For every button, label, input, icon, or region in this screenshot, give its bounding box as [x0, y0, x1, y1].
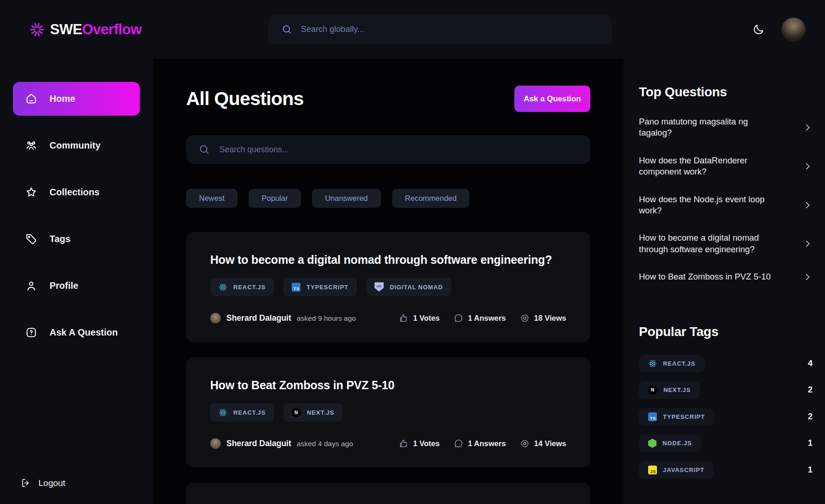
question-card: How to become a digital nomad through so… [186, 232, 590, 342]
tag-label: REACT.JS [233, 284, 266, 291]
tag-reactjs[interactable]: REACT.JS [210, 278, 274, 296]
tag-digital-nomad[interactable]: </> DIGITAL NOMAD [366, 278, 451, 296]
sidebar-nav: Home Community Collections Tags Profile … [0, 59, 153, 504]
question-author: Sherard Dalaguit asked 9 hours ago [210, 313, 356, 324]
react-icon [648, 359, 657, 368]
asked-time: asked 9 hours ago [297, 314, 356, 323]
sidebar-item-collections[interactable]: Collections [13, 175, 140, 209]
author-name[interactable]: Sherard Dalaguit [226, 439, 291, 448]
tag-count: 2 [808, 412, 812, 422]
tag-count: 1 [808, 465, 812, 475]
tag-reactjs[interactable]: REACT.JS [639, 355, 705, 372]
views-label: 18 Views [534, 314, 566, 323]
question-author: Sherard Dalaguit asked 4 days ago [210, 438, 353, 449]
global-search-input[interactable] [301, 25, 612, 34]
chevron-right-icon [803, 239, 812, 249]
answers-stat: 1 Answers [454, 313, 506, 323]
question-tags: REACT.JS TS TYPESCRIPT </> DIGITAL NOMAD [210, 278, 566, 296]
question-title[interactable]: How to Beat Zomboss in PVZ 5-10 [210, 379, 566, 392]
sidebar-item-label: Community [50, 140, 100, 151]
burst-icon [29, 21, 45, 38]
tag-javascript[interactable]: JS JAVASCRIPT [639, 461, 713, 479]
votes-stat: 1 Votes [399, 313, 439, 323]
tag-label: JAVASCRIPT [663, 467, 704, 473]
sidebar-item-ask-a-question[interactable]: Ask A Question [13, 316, 140, 349]
typescript-icon: TS [292, 283, 300, 292]
author-name[interactable]: Sherard Dalaguit [226, 313, 291, 323]
question-title[interactable]: How to become a digital nomad through so… [210, 253, 566, 267]
tag-nextjs[interactable]: N NEXT.JS [639, 381, 700, 399]
filter-recommended[interactable]: Recommended [392, 189, 470, 208]
popular-tags-list: REACT.JS 4 N NEXT.JS 2 TS TYPESCRIPT 2 [639, 355, 812, 479]
top-question-item[interactable]: Pano matutong magsalita ng tagalog? [639, 116, 812, 139]
nextjs-icon: N [292, 408, 301, 417]
top-header: SWEOverflow [0, 0, 825, 59]
moon-icon[interactable] [752, 23, 765, 36]
sidebar-item-home[interactable]: Home [13, 82, 140, 116]
popular-tag-row: REACT.JS 4 [639, 355, 812, 372]
thumbs-up-icon [399, 439, 408, 448]
tag-nextjs[interactable]: N NEXT.JS [283, 403, 343, 422]
filter-unanswered[interactable]: Unanswered [312, 189, 381, 208]
popular-tag-row: NODE.JS 1 [639, 435, 812, 452]
logout-label: Logout [38, 478, 65, 488]
ask-question-button[interactable]: Ask a Question [514, 86, 590, 112]
filter-bar: Newest Popular Unanswered Recommended [186, 189, 590, 208]
tag-typescript[interactable]: TS TYPESCRIPT [283, 278, 357, 296]
answers-stat: 1 Answers [454, 439, 506, 448]
views-stat: 14 Views [520, 439, 566, 448]
message-icon [454, 313, 463, 323]
home-icon [25, 93, 38, 105]
app-logo[interactable]: SWEOverflow [29, 21, 142, 38]
tag-label: TYPESCRIPT [663, 413, 705, 420]
message-icon [454, 439, 463, 448]
tag-label: NEXT.JS [663, 386, 691, 393]
sidebar-item-community[interactable]: Community [13, 129, 140, 162]
chevron-right-icon [803, 200, 812, 210]
star-icon [25, 186, 38, 199]
users-icon [25, 139, 38, 152]
nextjs-icon: N [648, 386, 657, 395]
author-avatar[interactable] [210, 438, 221, 449]
tag-typescript[interactable]: TS TYPESCRIPT [639, 408, 714, 425]
question-search-input[interactable] [219, 145, 590, 155]
votes-label: 1 Votes [413, 439, 439, 448]
question-square-icon [25, 326, 38, 339]
question-stats: 1 Votes 1 Answers 18 Views [399, 313, 566, 323]
top-question-item[interactable]: How does the DataRenderer component work… [639, 155, 812, 178]
tag-label: DIGITAL NOMAD [390, 284, 443, 291]
question-tags: REACT.JS N NEXT.JS [210, 403, 566, 422]
question-meta: Sherard Dalaguit asked 9 hours ago 1 Vot… [210, 313, 566, 324]
sidebar-item-label: Profile [50, 280, 78, 291]
sidebar-item-profile[interactable]: Profile [13, 269, 140, 303]
tag-icon [25, 233, 38, 245]
logout-button[interactable]: Logout [20, 478, 65, 488]
top-question-item[interactable]: How does the Node.js event loop work? [639, 194, 812, 217]
author-avatar[interactable] [210, 313, 221, 324]
top-question-text: Pano matutong magsalita ng tagalog? [639, 116, 780, 139]
sidebar-item-label: Ask A Question [50, 327, 118, 338]
sidebar-item-tags[interactable]: Tags [13, 222, 140, 256]
nodejs-icon [648, 439, 656, 448]
user-avatar[interactable] [781, 18, 806, 42]
right-rail: Top Questions Pano matutong magsalita ng… [624, 59, 825, 504]
tag-reactjs[interactable]: REACT.JS [210, 403, 274, 422]
page-head: All Questions Ask a Question [186, 86, 590, 112]
filter-popular[interactable]: Popular [249, 189, 301, 208]
question-search [186, 135, 590, 164]
filter-newest[interactable]: Newest [186, 189, 238, 208]
top-question-text: How does the Node.js event loop work? [639, 194, 780, 217]
answers-label: 1 Answers [468, 314, 506, 323]
app-root: SWEOverflow Home Community Collections T… [0, 0, 825, 504]
popular-tag-row: JS JAVASCRIPT 1 [639, 461, 812, 479]
top-question-text: How to become a digital nomad through so… [639, 232, 780, 255]
top-question-item[interactable]: How to Beat Zomboss in PVZ 5-10 [639, 271, 812, 282]
top-question-item[interactable]: How to become a digital nomad through so… [639, 232, 812, 255]
tag-nodejs[interactable]: NODE.JS [639, 435, 701, 452]
popular-tag-row: N NEXT.JS 2 [639, 381, 812, 399]
popular-tag-row: TS TYPESCRIPT 2 [639, 408, 812, 425]
popular-tags-title: Popular Tags [639, 324, 812, 339]
javascript-icon: JS [648, 466, 657, 474]
logo-prefix: SWE [50, 21, 82, 37]
global-search [268, 15, 612, 44]
